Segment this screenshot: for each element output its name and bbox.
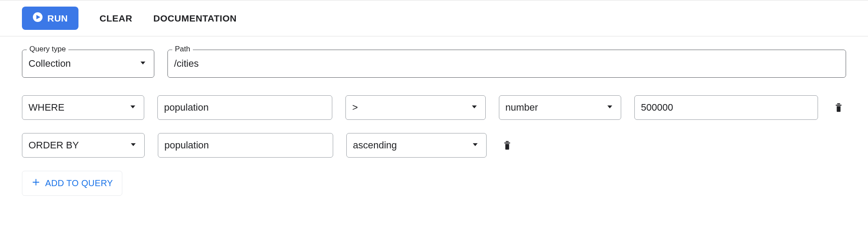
add-button-label: ADD TO QUERY (45, 178, 113, 188)
clear-button[interactable]: CLEAR (100, 13, 132, 24)
plus-icon (31, 177, 41, 189)
clause-value: WHERE (28, 102, 64, 113)
query-type-field: Query type Collection (22, 50, 154, 78)
query-type-value: Collection (28, 58, 71, 69)
add-to-query-button[interactable]: ADD TO QUERY (22, 171, 122, 196)
run-button[interactable]: RUN (22, 7, 78, 30)
documentation-link[interactable]: DOCUMENTATION (153, 13, 237, 24)
delete-where-button[interactable] (831, 100, 846, 116)
chevron-down-icon (605, 102, 615, 113)
trash-icon (502, 139, 513, 152)
where-type-select[interactable]: number (499, 95, 621, 120)
delete-orderby-button[interactable] (500, 137, 515, 154)
orderby-field-input[interactable] (158, 133, 333, 158)
orderby-direction-value: ascending (353, 140, 397, 151)
clause-value: ORDER BY (28, 140, 79, 151)
path-field: Path (167, 50, 846, 78)
where-row: WHERE > number (22, 95, 846, 120)
where-operator-select[interactable]: > (345, 95, 485, 120)
orderby-row: ORDER BY ascending (22, 133, 846, 158)
query-type-label: Query type (27, 45, 68, 54)
trash-icon (833, 101, 844, 114)
chevron-down-icon (128, 102, 138, 113)
chevron-down-icon (470, 102, 479, 113)
where-operator-value: > (352, 102, 358, 113)
chevron-down-icon (128, 140, 138, 151)
path-input[interactable] (168, 50, 846, 77)
path-label: Path (172, 45, 193, 54)
orderby-direction-select[interactable]: ascending (346, 133, 487, 158)
where-field-input[interactable] (157, 95, 332, 120)
chevron-down-icon (470, 140, 480, 151)
query-type-select[interactable]: Collection (22, 50, 154, 77)
query-header-row: Query type Collection Path (22, 50, 846, 78)
play-icon (32, 12, 43, 25)
clause-select[interactable]: WHERE (22, 95, 144, 120)
chevron-down-icon (138, 58, 148, 69)
run-button-label: RUN (47, 13, 68, 24)
where-value-input[interactable] (634, 95, 818, 120)
toolbar: RUN CLEAR DOCUMENTATION (0, 0, 868, 36)
query-builder: Query type Collection Path WHERE > (0, 36, 868, 209)
where-type-value: number (505, 102, 538, 113)
clause-select[interactable]: ORDER BY (22, 133, 145, 158)
